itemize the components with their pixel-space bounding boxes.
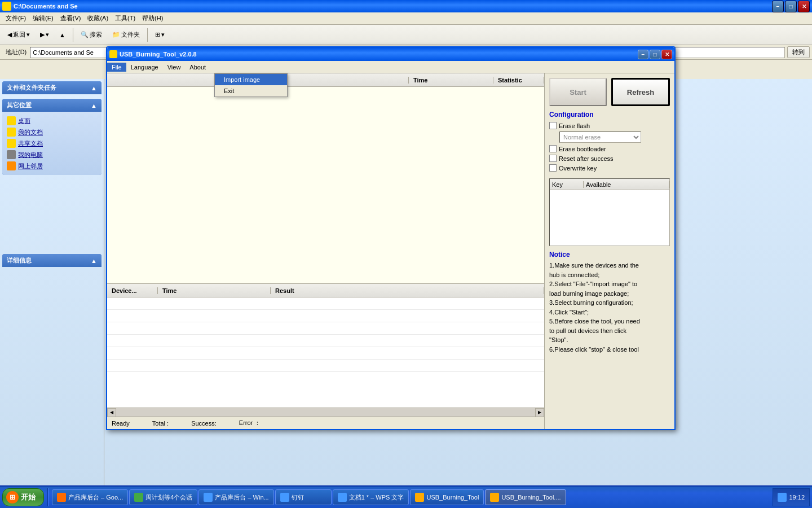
other-header[interactable]: 其它位置 ▲ [2, 99, 102, 112]
tasks-section: 文件和文件夹任务 ▲ [2, 81, 102, 94]
sidebar: 文件和文件夹任务 ▲ 其它位置 ▲ 桌面 我的文档 共享文档 [0, 79, 104, 485]
taskbar-icon-4 [280, 493, 289, 502]
sidebar-item-mycomputer[interactable]: 我的电脑 [7, 149, 97, 160]
key-table-header: Key Available [550, 179, 669, 190]
app-maximize-btn[interactable]: □ [650, 50, 660, 59]
explorer-titlebar: C:\Documents and Se − □ ✕ [0, 0, 812, 12]
explorer-title-text: C:\Documents and Se [14, 3, 78, 10]
config-title: Configuration [549, 111, 670, 119]
normal-erase-select[interactable]: Normal erase [559, 132, 641, 143]
taskbar-item-4[interactable]: 钉钉 [275, 489, 332, 505]
notice-line-6: 4.Click "Start"; [549, 309, 589, 316]
notice-text: 1.Make sure the devices and the hub is c… [549, 261, 670, 354]
available-col-header: Available [584, 181, 669, 188]
back-label: 返回 [13, 30, 25, 39]
start-menu-button[interactable]: ⊞ 开始 [2, 488, 44, 506]
mydocs-icon [7, 128, 16, 137]
sidebar-item-mydocs[interactable]: 我的文档 [7, 126, 97, 138]
taskbar-icon-5 [338, 493, 347, 502]
taskbar-label-3: 产品库后台 – Win... [215, 493, 268, 502]
status-total: Total : [152, 420, 169, 427]
taskbar-item-5[interactable]: 文档1 * – WPS 文字 [333, 489, 409, 505]
erase-bootloader-checkbox[interactable] [549, 145, 557, 152]
explorer-menu-view[interactable]: 查看(V) [57, 13, 85, 24]
app-menu-language[interactable]: Language [126, 63, 163, 72]
explorer-title-icon [2, 2, 11, 11]
notice-line-10: 6.Please click "stop" & close tool [549, 346, 639, 353]
taskbar-item-3[interactable]: 产品库后台 – Win... [198, 489, 273, 505]
detail-collapse-icon: ▲ [91, 257, 97, 264]
taskbar-item-1[interactable]: 产品库后台 – Goo... [52, 489, 128, 505]
views-button[interactable]: ⊞ ▾ [150, 29, 170, 41]
import-image-menuitem[interactable]: Import image [215, 74, 287, 85]
status-ready: Ready [112, 420, 130, 427]
log-col-device: Device... [107, 287, 158, 294]
log-row-6 [107, 360, 544, 372]
other-header-label: 其它位置 [7, 101, 32, 110]
explorer-menu-help[interactable]: 帮助(H) [139, 13, 166, 24]
taskbar-icon-6 [415, 493, 424, 502]
horizontal-scrollbar[interactable]: ◀ ▶ [107, 408, 544, 417]
views-icon: ⊞ [155, 31, 160, 38]
taskbar-separator [47, 488, 48, 506]
search-button[interactable]: 🔍 搜索 [76, 28, 107, 41]
up-button[interactable]: ▲ [54, 29, 70, 41]
status-success: Success: [191, 420, 217, 427]
folders-button[interactable]: 📁 文件夹 [107, 28, 145, 41]
taskbar-label-5: 文档1 * – WPS 文字 [349, 493, 404, 502]
taskbar-item-7[interactable]: USB_Burning_Tool.... [485, 489, 566, 505]
device-table-header: Status Time Statistic [107, 73, 544, 87]
detail-header[interactable]: 详细信息 ▲ [2, 254, 102, 267]
overwrite-key-label: Overwrite key [559, 165, 597, 172]
systray-clock: 19:12 [789, 494, 805, 501]
mydocs-label: 我的文档 [18, 128, 43, 137]
desktop-label: 桌面 [18, 117, 30, 125]
erase-bootloader-item: Erase bootloader [549, 145, 670, 152]
tasks-collapse-icon: ▲ [91, 85, 97, 91]
start-button[interactable]: Start [549, 78, 607, 106]
reset-after-success-label: Reset after success [559, 155, 614, 162]
scroll-left-btn[interactable]: ◀ [107, 408, 116, 417]
app-close-btn[interactable]: ✕ [661, 50, 672, 59]
explorer-menu-file[interactable]: 文件(F) [2, 13, 29, 24]
sidebar-item-network[interactable]: 网上邻居 [7, 160, 97, 172]
explorer-maximize-btn[interactable]: □ [785, 1, 797, 12]
app-menu-view[interactable]: View [163, 63, 186, 72]
goto-button[interactable]: 转到 [787, 46, 810, 58]
status-error: Error ： [239, 419, 261, 427]
app-titlebar: USB_Burning_Tool_v2.0.8 − □ ✕ [107, 47, 674, 61]
app-menu-file[interactable]: File [107, 63, 126, 72]
erase-flash-item: Erase flash [549, 122, 670, 129]
app-minimize-btn[interactable]: − [638, 50, 648, 59]
sidebar-item-shareddocs[interactable]: 共享文档 [7, 138, 97, 149]
explorer-close-btn[interactable]: ✕ [798, 1, 810, 12]
taskbar-item-2[interactable]: 周计划等4个会话 [129, 489, 197, 505]
sidebar-item-desktop[interactable]: 桌面 [7, 115, 97, 126]
taskbar-icon-3 [204, 493, 213, 502]
refresh-button[interactable]: Refresh [611, 78, 670, 106]
back-button[interactable]: ◀ 返回 ▾ [2, 28, 35, 41]
exit-menuitem[interactable]: Exit [215, 85, 287, 97]
explorer-win-controls: − □ ✕ [772, 1, 810, 12]
systray-icon-1 [778, 493, 787, 502]
key-col-header: Key [550, 181, 584, 188]
forward-button[interactable]: ▶ ▾ [35, 29, 54, 41]
search-icon: 🔍 [81, 31, 89, 38]
explorer-minimize-btn[interactable]: − [772, 1, 784, 12]
overwrite-key-checkbox[interactable] [549, 164, 557, 172]
app-menu-about[interactable]: About [185, 63, 210, 72]
explorer-menu-favorites[interactable]: 收藏(A) [84, 13, 112, 24]
explorer-menu-tools[interactable]: 工具(T) [112, 13, 139, 24]
notice-title: Notice [549, 251, 670, 259]
tasks-header[interactable]: 文件和文件夹任务 ▲ [2, 81, 102, 94]
log-row-5 [107, 347, 544, 360]
erase-flash-checkbox[interactable] [549, 122, 557, 129]
scroll-right-btn[interactable]: ▶ [535, 408, 544, 417]
right-panel: Start Refresh Configuration Erase flash … [545, 73, 674, 429]
other-section: 其它位置 ▲ 桌面 我的文档 共享文档 我的电脑 [2, 99, 102, 175]
up-icon: ▲ [59, 32, 65, 38]
reset-after-success-checkbox[interactable] [549, 155, 557, 162]
log-row-4 [107, 335, 544, 347]
explorer-menu-edit[interactable]: 编辑(E) [29, 13, 57, 24]
taskbar-item-6[interactable]: USB_Burning_Tool [410, 489, 484, 505]
